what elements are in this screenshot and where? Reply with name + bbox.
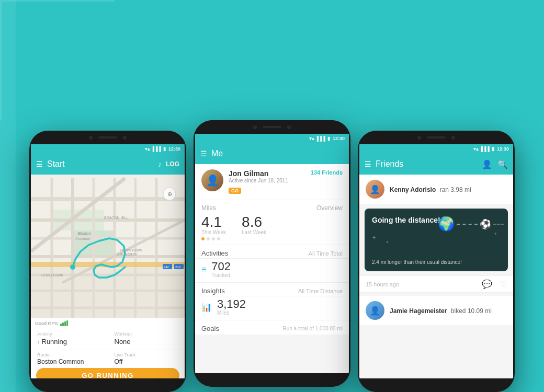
info-row-1: Activity ↑ Running Workout None [31, 328, 185, 350]
earth-icon: 🌍 [438, 216, 455, 232]
achievement-title: Going the distance! [372, 216, 443, 224]
svg-text:CHINATOWN: CHINATOWN [41, 273, 64, 277]
comment-icon[interactable]: 💬 [482, 279, 492, 289]
ball-icon: ⚽ [480, 218, 491, 230]
phone1-info-panel: Activity ↑ Running Workout None [31, 328, 185, 378]
star2: ✦ [386, 240, 389, 245]
workout-value: None [115, 338, 179, 345]
battery-icon: ▮ [163, 146, 166, 152]
heart-icon[interactable]: ♡ [500, 279, 507, 289]
friend1-activity-text: ran 3.98 mi [440, 186, 471, 193]
bar4 [66, 320, 68, 326]
this-week-label: This Week [201, 229, 226, 235]
phone3-bottom-bar [358, 378, 515, 392]
svg-text:⊕: ⊕ [167, 191, 172, 197]
phone2-screen: ▾▴ ▐▐▐ ▮ 12:30 ☰ Me 👤 Jon Gilman [195, 134, 349, 373]
last-week-label: Last Week [242, 229, 266, 235]
user-name: Jon Gilman [229, 169, 311, 178]
dot-2 [207, 237, 210, 240]
dashed-line [457, 224, 478, 225]
route-cell: Route Boston Common [31, 350, 108, 366]
miles-label: Miles [201, 204, 216, 212]
profile-section: 👤 Jon Gilman Active since Jun 18, 2011 G… [195, 164, 349, 200]
star1: ✦ [372, 235, 376, 240]
phone1-time: 12:30 [168, 146, 180, 152]
phone-3: ▾▴ ▐▐▐ ▮ 12:30 ☰ Friends 👤 🔍 👤 Kenny Ado [358, 131, 515, 392]
phone2-menu-icon[interactable]: ☰ [200, 149, 207, 158]
search-person-icon[interactable]: 🔍 [497, 159, 508, 169]
svg-text:Common: Common [75, 237, 90, 240]
phone1-camera2 [123, 136, 127, 140]
svg-point-20 [70, 264, 75, 270]
miles-unit: Miles [217, 310, 246, 316]
phone-1: ▾▴ ▐▐▐ ▮ 12:30 ☰ Start ♪ LOG [29, 131, 186, 392]
achievement-card: Going the distance! 2.4 mi longer than t… [365, 209, 508, 271]
time-ago-row: 15 hours ago 💬 ♡ [359, 275, 513, 293]
miles-row: 4.1 This Week 8.6 Last Week [201, 215, 343, 235]
bg-shape-1 [0, 0, 115, 120]
phone3-screen: ▾▴ ▐▐▐ ▮ 12:30 ☰ Friends 👤 🔍 👤 Kenny Ado [359, 144, 513, 378]
phone2-status-bar: ▾▴ ▐▐▐ ▮ 12:30 [195, 134, 349, 143]
insights-label: Insights [201, 287, 225, 295]
phone3-status-bar: ▾▴ ▐▐▐ ▮ 12:30 [359, 144, 513, 154]
insights-stat: 📊 3,192 Miles [195, 296, 349, 320]
friend2-text: Jamie Hagemeister biked 10.09 mi [390, 306, 492, 315]
phone3-signal: ▐▐▐ [480, 146, 490, 152]
activities-icon: ≡ [201, 265, 206, 274]
miles-section: Miles Overview 4.1 This Week 8.6 Last We… [195, 200, 349, 245]
phone3-camera [417, 136, 421, 140]
livetrack-cell: Live Track Off [108, 350, 185, 366]
phone2-camera2 [287, 125, 291, 129]
background: ▾▴ ▐▐▐ ▮ 12:30 ☰ Start ♪ LOG [0, 0, 544, 392]
phone1-log-button[interactable]: LOG [166, 160, 179, 168]
phone1-speaker [98, 136, 117, 139]
activities-section-header: Activities All Time Total [195, 245, 349, 259]
gps-status: Good GPS [31, 318, 185, 328]
dot-active [201, 237, 205, 240]
gps-label: Good GPS [35, 321, 58, 326]
bar2 [62, 322, 64, 326]
person-icon[interactable]: 👤 [482, 159, 492, 169]
achievement-subtitle: 2.4 mi longer than their usual distance! [372, 259, 501, 265]
friend2-name: Jamie Hagemeister [390, 307, 447, 315]
activity-cell: Activity ↑ Running [31, 328, 108, 350]
profile-info: Jon Gilman Active since Jun 18, 2011 GO [229, 169, 311, 194]
phone1-menu-icon[interactable]: ☰ [36, 160, 43, 168]
stars-decoration: 2.4 mi longer than their usual distance! [372, 259, 501, 265]
livetrack-value: Off [115, 358, 179, 365]
phone3-battery: ▮ [492, 146, 494, 152]
phone2-signal: ▐▐▐ [315, 136, 325, 141]
friend1-avatar: 👤 [366, 180, 384, 199]
phone1-music-icon[interactable]: ♪ [158, 160, 162, 168]
overview-label: Overview [316, 204, 343, 212]
dots-indicator [201, 237, 343, 240]
last-week: 8.6 Last Week [242, 215, 266, 235]
activities-label: Activities [201, 249, 228, 257]
time-ago-text: 15 hours ago [366, 281, 399, 287]
svg-text:BEACON HILL: BEACON HILL [104, 216, 128, 220]
tracked-label: Tracked [211, 272, 231, 278]
route-value: Boston Common [37, 358, 101, 365]
phone2-battery: ▮ [327, 136, 330, 141]
go-running-button[interactable]: GO RUNNING [36, 368, 179, 378]
phone1-screen: ▾▴ ▐▐▐ ▮ 12:30 ☰ Start ♪ LOG [31, 144, 185, 378]
goals-meta: Run a total of 1,000.00 mi [282, 326, 343, 331]
friends-link[interactable]: 134 Friends [311, 169, 343, 176]
phone3-menu-icon[interactable]: ☰ [365, 160, 371, 168]
svg-text:24C: 24C [164, 266, 170, 269]
avatar-icon: 👤 [206, 174, 219, 187]
svg-text:24A: 24A [175, 266, 181, 269]
goals-section-header: Goals Run a total of 1,000.00 mi [195, 320, 349, 335]
achievement-visual: 🌍 ⚽ [438, 216, 504, 232]
insights-icon: 📊 [201, 302, 212, 312]
phone1-map: Boston Common BEACON HILL DOWNTOWN CROSS… [31, 175, 185, 328]
svg-rect-1 [31, 262, 185, 325]
phone2-title: Me [211, 149, 344, 158]
phone1-top-bar [29, 131, 186, 144]
activities-count: 702 [211, 261, 231, 272]
phone3-time: 12:30 [497, 146, 509, 152]
phone1-title: Start [47, 159, 158, 169]
phone3-top-bar [358, 131, 515, 144]
run-icon: ↑ [37, 339, 40, 345]
friend1-activity: 👤 Kenny Adorisio ran 3.98 mi [359, 175, 513, 204]
